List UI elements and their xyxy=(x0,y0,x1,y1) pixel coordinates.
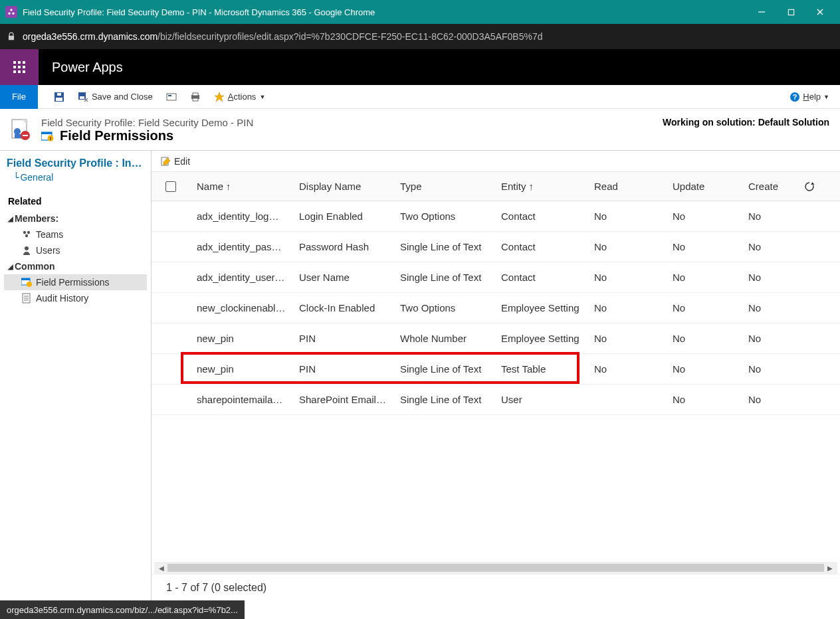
toolbar-icon-2[interactable] xyxy=(183,88,207,106)
save-close-icon xyxy=(78,92,88,102)
cell-create: No xyxy=(742,302,795,313)
actions-label: Actions xyxy=(228,92,257,102)
toolbar-icon-1[interactable] xyxy=(159,88,183,106)
svg-point-45 xyxy=(27,282,32,287)
nav-general[interactable]: General xyxy=(4,171,147,189)
cell-name: adx_identity_log… xyxy=(190,211,292,222)
save-close-label: Save and Close xyxy=(92,92,153,102)
svg-rect-22 xyxy=(168,95,171,96)
select-all-checkbox[interactable] xyxy=(165,181,176,192)
nav-group-common[interactable]: ◢Common xyxy=(4,258,147,274)
collapse-icon: ◢ xyxy=(8,263,13,270)
cell-read: No xyxy=(587,302,666,313)
scroll-left-icon[interactable]: ◀ xyxy=(157,563,166,573)
cell-entity: Employee Setting xyxy=(494,333,587,344)
svg-rect-38 xyxy=(50,137,51,140)
solution-context: Working on solution: Default Solution xyxy=(663,117,829,128)
cell-type: Two Options xyxy=(393,211,494,222)
svg-rect-36 xyxy=(41,132,52,134)
cell-entity: User xyxy=(494,394,587,405)
nav-users[interactable]: Users xyxy=(4,242,147,258)
app-launcher-icon[interactable] xyxy=(0,49,39,85)
grid-header: Name↑ Display Name Type Entity↑ Read Upd… xyxy=(152,172,840,201)
nav-teams[interactable]: Teams xyxy=(4,226,147,242)
cell-create: No xyxy=(742,211,795,222)
cell-type: Single Line of Text xyxy=(393,241,494,252)
save-button[interactable] xyxy=(47,88,71,106)
edit-button[interactable]: Edit xyxy=(157,155,194,168)
col-update[interactable]: Update xyxy=(666,181,742,192)
col-checkbox[interactable] xyxy=(152,181,190,192)
svg-point-40 xyxy=(27,231,30,234)
help-label: Help xyxy=(803,92,821,102)
col-display-name[interactable]: Display Name xyxy=(292,181,393,192)
nav-audit-label: Audit History xyxy=(36,293,88,304)
cell-type: Single Line of Text xyxy=(393,394,494,405)
table-row[interactable]: adx_identity_user…User NameSingle Line o… xyxy=(152,262,840,293)
horizontal-scrollbar[interactable]: ◀ ▶ xyxy=(154,562,837,574)
refresh-button[interactable] xyxy=(795,181,824,193)
svg-rect-44 xyxy=(21,278,30,280)
left-nav: Field Security Profile : Inf… General Re… xyxy=(0,151,152,600)
users-icon xyxy=(21,245,32,256)
cell-read: No xyxy=(587,272,666,283)
nav-audit-history[interactable]: Audit History xyxy=(4,290,147,306)
svg-rect-12 xyxy=(23,66,25,68)
table-row[interactable]: new_pinPINSingle Line of TextTest TableN… xyxy=(152,354,840,385)
scroll-right-icon[interactable]: ▶ xyxy=(825,563,835,573)
cell-update: No xyxy=(666,394,742,405)
svg-rect-18 xyxy=(57,93,61,96)
sort-asc-icon: ↑ xyxy=(226,181,231,192)
svg-point-2 xyxy=(12,13,14,15)
scroll-track[interactable] xyxy=(167,564,824,572)
svg-rect-7 xyxy=(13,61,16,64)
cell-display-name: SharePoint Email … xyxy=(292,394,393,405)
lock-icon xyxy=(7,32,16,41)
svg-rect-4 xyxy=(788,9,793,15)
cell-create: No xyxy=(742,241,795,252)
cell-display-name: PIN xyxy=(292,363,393,375)
help-button[interactable]: ? Help ▼ xyxy=(786,92,833,102)
app-header: Power Apps xyxy=(0,49,840,85)
app-brand: Power Apps xyxy=(39,49,123,85)
minimize-button[interactable] xyxy=(747,0,776,24)
svg-rect-10 xyxy=(13,66,16,68)
cell-entity: Contact xyxy=(494,241,587,252)
cell-update: No xyxy=(666,272,742,283)
close-button[interactable] xyxy=(805,0,835,24)
table-row[interactable]: adx_identity_pas…Password HashSingle Lin… xyxy=(152,232,840,262)
svg-rect-34 xyxy=(23,135,28,136)
svg-rect-11 xyxy=(18,66,21,68)
col-create[interactable]: Create xyxy=(742,181,795,192)
svg-rect-9 xyxy=(23,61,25,64)
edit-label: Edit xyxy=(174,156,190,167)
col-entity[interactable]: Entity↑ xyxy=(494,181,587,192)
col-read[interactable]: Read xyxy=(587,181,666,192)
table-row[interactable]: adx_identity_log…Login EnabledTwo Option… xyxy=(152,201,840,232)
nav-field-permissions[interactable]: Field Permissions xyxy=(4,274,147,290)
browser-url-bar[interactable]: orgeda3e556.crm.dynamics.com/biz/fieldse… xyxy=(0,24,840,49)
cell-update: No xyxy=(666,363,742,375)
cell-display-name: User Name xyxy=(292,272,393,283)
svg-rect-14 xyxy=(18,70,21,73)
cell-create: No xyxy=(742,333,795,344)
cell-type: Two Options xyxy=(393,302,494,313)
field-permissions-small-icon xyxy=(21,277,32,288)
table-row[interactable]: sharepointemaila…SharePoint Email …Singl… xyxy=(152,385,840,415)
cell-type: Single Line of Text xyxy=(393,272,494,283)
nav-title[interactable]: Field Security Profile : Inf… xyxy=(4,156,147,171)
col-type[interactable]: Type xyxy=(393,181,494,192)
cell-entity: Test Table xyxy=(494,363,587,375)
col-name[interactable]: Name↑ xyxy=(190,181,292,192)
save-and-close-button[interactable]: Save and Close xyxy=(71,88,159,106)
file-menu[interactable]: File xyxy=(0,85,38,109)
nav-group-members[interactable]: ◢Members: xyxy=(4,211,147,226)
svg-text:?: ? xyxy=(793,93,797,101)
cell-name: new_pin xyxy=(190,363,292,375)
actions-menu[interactable]: Actions ▼ xyxy=(207,88,272,106)
svg-rect-8 xyxy=(18,61,21,64)
table-row[interactable]: new_pinPINWhole NumberEmployee SettingNo… xyxy=(152,323,840,354)
table-row[interactable]: new_clockinenabl…Clock-In EnabledTwo Opt… xyxy=(152,293,840,323)
maximize-button[interactable] xyxy=(776,0,805,24)
cell-read: No xyxy=(587,211,666,222)
